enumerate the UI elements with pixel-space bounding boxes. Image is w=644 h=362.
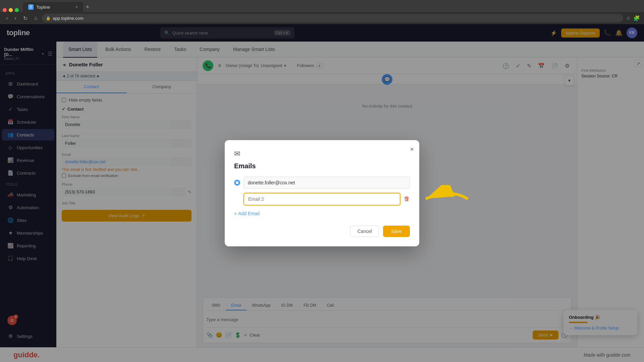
browser-chrome: T Topline × + ‹ › ↻ ⌂ 🔒 app.topline.com … bbox=[0, 0, 644, 24]
modal-close-btn[interactable]: × bbox=[410, 145, 414, 153]
browser-tabs: T Topline × + bbox=[0, 0, 644, 12]
new-tab-button[interactable]: + bbox=[83, 2, 92, 12]
modal-overlay[interactable]: × ✉ Emails 🗑 bbox=[0, 24, 644, 362]
browser-actions: ☆ 🧩 bbox=[626, 15, 640, 21]
address-text: app.topline.com bbox=[53, 16, 84, 21]
lock-icon: 🔒 bbox=[46, 16, 51, 20]
radio-inner-1 bbox=[236, 181, 238, 184]
browser-toolbar: ‹ › ↻ ⌂ 🔒 app.topline.com ☆ 🧩 bbox=[0, 12, 644, 24]
arrow-annotation bbox=[417, 185, 470, 213]
email-input-1[interactable] bbox=[244, 177, 410, 189]
add-email-plus-icon: + bbox=[234, 211, 237, 216]
home-button[interactable]: ⌂ bbox=[32, 14, 40, 22]
cancel-button[interactable]: Cancel bbox=[350, 226, 379, 237]
email-radio-1[interactable] bbox=[234, 180, 240, 186]
tab-title: Topline bbox=[36, 5, 50, 10]
traffic-lights bbox=[3, 8, 19, 12]
tab-close-btn[interactable]: × bbox=[75, 5, 78, 9]
email-row-2: 🗑 bbox=[234, 193, 410, 205]
arrow-svg bbox=[417, 185, 470, 212]
modal-title: Emails bbox=[234, 162, 410, 170]
email-modal-icon: ✉ bbox=[234, 149, 410, 158]
add-email-label: Add Email bbox=[238, 211, 260, 216]
forward-button[interactable]: › bbox=[12, 14, 18, 22]
add-email-btn[interactable]: + Add Email bbox=[234, 209, 260, 218]
address-bar[interactable]: 🔒 app.topline.com bbox=[42, 14, 623, 22]
extensions-button[interactable]: 🧩 bbox=[633, 15, 640, 21]
save-button[interactable]: Save bbox=[383, 226, 410, 237]
back-button[interactable]: ‹ bbox=[4, 14, 10, 22]
minimize-traffic-light[interactable] bbox=[9, 8, 13, 12]
delete-email-btn[interactable]: 🗑 bbox=[404, 195, 410, 202]
email-row-1 bbox=[234, 177, 410, 189]
browser-tab-topline[interactable]: T Topline × bbox=[23, 2, 83, 12]
modal-footer: Cancel Save bbox=[234, 226, 410, 237]
bookmark-button[interactable]: ☆ bbox=[626, 15, 631, 21]
close-traffic-light[interactable] bbox=[3, 8, 7, 12]
refresh-button[interactable]: ↻ bbox=[21, 14, 30, 23]
email-input-2[interactable] bbox=[244, 193, 400, 205]
maximize-traffic-light[interactable] bbox=[15, 8, 19, 12]
tab-favicon: T bbox=[28, 4, 34, 10]
emails-modal: × ✉ Emails 🗑 bbox=[225, 140, 419, 246]
